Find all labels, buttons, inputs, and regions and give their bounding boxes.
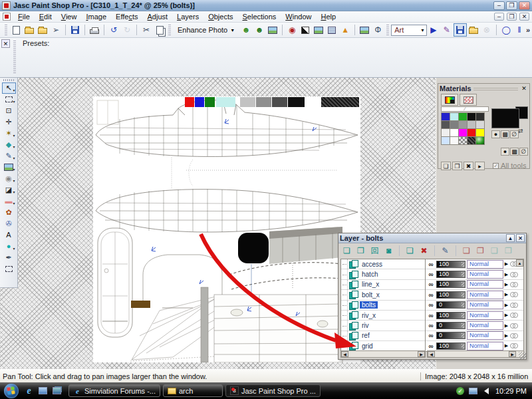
save-icon-button[interactable] [68,23,82,37]
move-tool[interactable]: ✛ [2,116,16,128]
crop-tool[interactable]: ⊡ [2,105,16,116]
layer-link-icon[interactable] [509,312,519,319]
enhance-photo-button[interactable]: Enhance Photo ▼ [173,23,239,37]
start-button[interactable] [4,384,19,398]
null-style-button-bg[interactable]: ∅ [519,148,528,156]
layer-visibility-icon[interactable]: ∞ [426,322,436,329]
layer-visibility-icon[interactable]: ∞ [426,301,436,309]
layer-row-riv_x[interactable]: riv_x [341,311,425,321]
swap-materials-icon[interactable]: ⇄ [518,128,523,134]
toolbar-grip-2[interactable] [168,25,171,35]
restore-button[interactable]: ❐ [506,1,517,10]
more-materials-button[interactable]: ▸ [475,162,485,170]
layer-row-line_x[interactable]: line_x [341,280,425,290]
materials-header[interactable]: Materials ✕ [438,84,529,93]
burn-tool[interactable]: ◪▾ [2,184,16,196]
layer-opacity-slider[interactable]: 100 [436,291,466,299]
menu-edit[interactable]: Edit [35,12,57,21]
internet-explorer-icon[interactable]: e [24,386,34,396]
volume-icon[interactable] [482,386,491,396]
layer-visibility-icon[interactable]: ∞ [426,342,436,350]
layer-link-icon[interactable] [509,291,519,298]
menu-adjust[interactable]: Adjust [142,12,172,21]
tool-options-close-button[interactable]: ✕ [1,39,10,48]
mask-hide-all-icon[interactable]: ❐ [474,245,487,257]
toolbar-grip-3[interactable] [386,25,389,35]
menu-help[interactable]: Help [316,12,340,21]
contrast-enhance-icon-button[interactable] [299,23,312,37]
toolbar-overflow-button[interactable]: » [526,26,530,34]
open-file-icon-button[interactable] [23,23,36,37]
layer-opacity-slider[interactable]: 0 [436,322,466,329]
window-switcher-icon[interactable] [52,386,62,396]
auto-photo-fix-icon-button[interactable]: ☻ [239,23,253,37]
print-icon-button[interactable] [88,23,101,37]
layer-blend-mode-dropdown[interactable]: Normal [467,270,503,279]
scroll-left-icon[interactable]: ◀ [341,351,348,357]
material-swatch-18[interactable] [467,136,476,145]
paint-brush-tool[interactable]: ✎▾ [2,150,16,162]
layer-visibility-icon[interactable]: ∞ [426,312,436,319]
text-tool[interactable]: A [2,229,16,241]
layer-name[interactable]: line_x [360,281,381,288]
blend-mode-arrow-icon[interactable]: ▶ [503,301,509,309]
close-button[interactable]: ✕ [519,1,530,10]
flyout-arrow-icon[interactable]: ▾ [13,88,15,92]
layer-name[interactable]: bolt_x [360,291,382,299]
layer-opacity-slider[interactable]: 100 [436,342,466,350]
layer-row-riv[interactable]: riv [341,321,425,331]
start-script-recording-icon-button[interactable]: ◯ [499,23,513,37]
dodge-tool[interactable]: ◉▾ [2,173,16,184]
menu-view[interactable]: View [57,12,82,21]
controls-hscrollbar[interactable]: ◀ ▶ [427,350,524,358]
airbrush-tool[interactable]: ✇ [2,218,16,229]
layer-visibility-icon[interactable]: ∞ [426,281,436,288]
duplicate-material-button[interactable]: ❐ [452,162,462,170]
pan-tool[interactable]: ↖▾ [2,82,16,94]
blend-mode-arrow-icon[interactable]: ▶ [503,280,509,289]
pen-tool[interactable]: ✒ [2,252,16,263]
layer-blend-mode-dropdown[interactable]: Normal [467,342,503,350]
layer-blend-mode-dropdown[interactable]: Normal [467,321,503,330]
smart-photo-fix-icon-button[interactable]: ☻ [253,23,266,37]
layer-name[interactable]: ref [360,332,372,339]
menu-layers[interactable]: Layers [172,12,203,21]
script-combobox[interactable]: Art ▼ [391,25,427,36]
create-material-button[interactable]: ❏ [441,162,451,170]
flyout-arrow-icon[interactable]: ▾ [13,99,15,104]
layer-scroll-up-button[interactable]: ▲ [516,259,523,267]
magic-wand-tool[interactable]: ✶▾ [2,128,16,139]
flyout-arrow-icon[interactable]: ▾ [13,246,15,251]
menu-effects[interactable]: Effects [111,12,142,21]
layer-row-hatch[interactable]: hatch [341,269,425,279]
recent-color-strip[interactable]: ∕ [441,106,489,112]
menu-objects[interactable]: Objects [203,12,237,21]
layer-name[interactable]: grid [360,342,375,350]
blend-mode-arrow-icon[interactable]: ▶ [503,260,509,269]
resize-grip[interactable] [519,352,526,359]
layer-opacity-slider[interactable]: 0 [436,301,466,309]
layer-link-icon[interactable] [509,323,519,329]
color-style-button-bg[interactable]: ● [501,148,509,156]
clone-brush-tool[interactable]: ▾ [2,162,16,173]
tab-frame-colors[interactable] [441,94,458,106]
new-vector-layer-icon[interactable]: ❐ [354,245,367,257]
flyout-arrow-icon[interactable]: ▾ [13,178,15,183]
preset-shape-tool[interactable]: ●▾ [2,241,16,252]
object-selector-tool[interactable] [2,263,16,275]
layer-name[interactable]: bolts [360,301,378,309]
scroll-right-icon-2[interactable]: ▶ [509,351,516,357]
material-swatch-19[interactable] [475,136,485,145]
layer-opacity-slider[interactable]: 100 [436,271,466,278]
null-style-button[interactable]: ∅ [510,130,519,138]
layer-blend-mode-dropdown[interactable]: Normal [467,260,503,269]
new-raster-layer-icon[interactable]: ❏ [340,245,353,257]
mdi-restore-button[interactable]: ❐ [507,13,517,21]
mask-show-all-icon[interactable]: ❏ [460,245,473,257]
menu-selections[interactable]: Selections [237,12,281,21]
blend-mode-arrow-icon[interactable]: ▶ [503,291,509,299]
flyout-arrow-icon[interactable]: ▾ [13,167,15,172]
layer-row-access[interactable]: access [341,259,425,269]
eraser-tool[interactable]: ▬▾ [2,196,16,207]
layer-visibility-icon[interactable]: ∞ [426,261,436,268]
